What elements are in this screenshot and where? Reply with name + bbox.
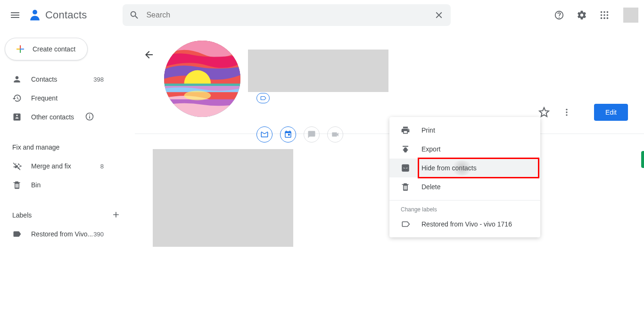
sidebar-item-count: 8 <box>100 163 104 170</box>
more-actions-menu: Print Export Hide from contacts Delete C… <box>389 117 540 237</box>
search-input[interactable] <box>146 11 434 19</box>
contact-label-chip[interactable] <box>256 93 270 103</box>
create-contact-button[interactable]: Create contact <box>5 38 88 60</box>
sidebar-item-merge-fix[interactable]: Merge and fix 8 <box>0 157 115 176</box>
svg-rect-12 <box>20 50 21 53</box>
svg-point-20 <box>566 111 567 113</box>
menu-label: Delete <box>421 183 440 191</box>
menu-subheader: Change labels <box>389 201 540 215</box>
contact-details-redacted <box>153 149 293 247</box>
svg-point-19 <box>566 109 567 110</box>
back-button[interactable] <box>140 45 158 64</box>
sidebar-item-frequent[interactable]: Frequent <box>0 89 115 108</box>
menu-label-item[interactable]: Restored from Vivo - vivo 1716 <box>389 215 540 234</box>
create-contact-label: Create contact <box>33 45 75 53</box>
side-panel-tab[interactable] <box>641 151 644 168</box>
app-logo: Contacts <box>28 8 87 22</box>
menu-hide-from-contacts[interactable]: Hide from contacts <box>389 159 540 177</box>
svg-rect-14 <box>20 49 21 50</box>
account-avatar[interactable] <box>623 8 638 23</box>
main-menu-button[interactable] <box>4 4 26 26</box>
sidebar-item-contacts[interactable]: Contacts 398 <box>0 70 115 89</box>
sidebar-item-label: Other contacts <box>31 113 74 121</box>
menu-label: Print <box>421 126 435 134</box>
svg-point-7 <box>601 17 603 19</box>
svg-point-0 <box>33 10 37 15</box>
sidebar-item-count: 390 <box>93 231 104 238</box>
google-apps-button[interactable] <box>595 6 614 25</box>
menu-label: Export <box>421 145 440 153</box>
sidebar-item-label: Restored from Vivo... <box>31 230 93 238</box>
sidebar-section-labels: Labels <box>0 206 132 225</box>
search-bar[interactable] <box>123 4 451 26</box>
menu-print[interactable]: Print <box>389 121 540 140</box>
svg-point-8 <box>603 17 605 19</box>
svg-point-9 <box>607 17 609 19</box>
svg-point-1 <box>601 11 603 13</box>
sidebar-item-count: 398 <box>93 76 104 83</box>
info-icon[interactable] <box>85 112 104 123</box>
close-icon[interactable] <box>434 10 444 20</box>
video-action-button[interactable] <box>327 126 343 142</box>
svg-point-18 <box>184 91 211 100</box>
edit-button[interactable]: Edit <box>594 104 628 121</box>
app-title: Contacts <box>45 9 87 21</box>
menu-export[interactable]: Export <box>389 140 540 159</box>
svg-rect-10 <box>20 45 21 49</box>
settings-button[interactable] <box>572 6 591 25</box>
search-icon <box>129 10 140 20</box>
menu-label: Restored from Vivo - vivo 1716 <box>421 220 512 228</box>
ripple-effect <box>451 160 473 176</box>
chat-action-button[interactable] <box>304 126 320 142</box>
sidebar-label-item[interactable]: Restored from Vivo... 390 <box>0 225 115 243</box>
svg-point-3 <box>607 11 609 13</box>
sidebar-item-label: Merge and fix <box>31 162 71 170</box>
calendar-action-button[interactable] <box>280 126 296 142</box>
help-button[interactable] <box>550 6 569 25</box>
sidebar-item-bin[interactable]: Bin <box>0 176 115 194</box>
sidebar-item-label: Contacts <box>31 75 57 83</box>
contact-name-redacted <box>248 50 388 92</box>
svg-point-2 <box>603 11 605 13</box>
sidebar-item-label: Frequent <box>31 94 58 102</box>
svg-rect-11 <box>21 49 24 50</box>
contact-avatar <box>164 41 240 117</box>
menu-delete[interactable]: Delete <box>389 177 540 196</box>
svg-point-21 <box>566 114 567 116</box>
svg-point-4 <box>601 14 603 16</box>
svg-rect-13 <box>17 49 20 50</box>
sidebar-item-other-contacts[interactable]: Other contacts <box>0 108 115 126</box>
sidebar-item-label: Bin <box>31 181 41 189</box>
add-label-button[interactable] <box>111 210 121 221</box>
svg-point-5 <box>603 14 605 16</box>
svg-point-6 <box>607 14 609 16</box>
sidebar-section-fix-manage: Fix and manage <box>0 138 132 157</box>
email-action-button[interactable] <box>256 126 272 142</box>
more-actions-button[interactable] <box>557 103 576 122</box>
